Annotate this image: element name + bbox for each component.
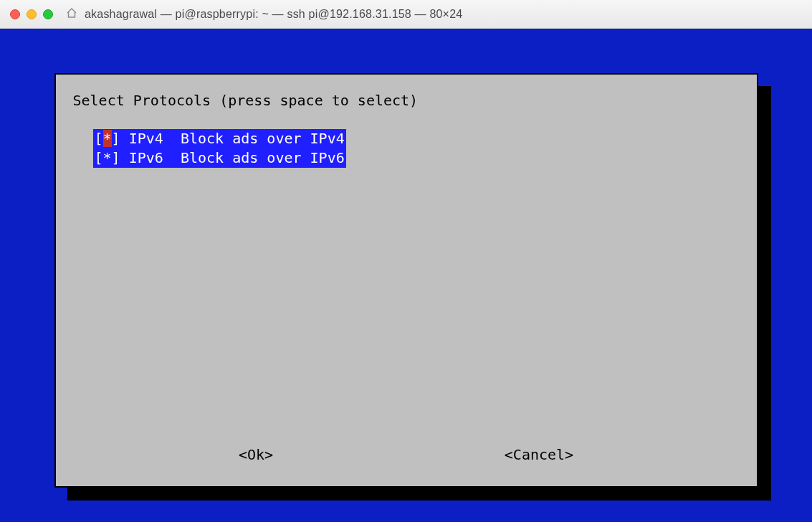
- checkbox-mark: *: [103, 130, 112, 147]
- dialog-spacer: [73, 168, 740, 446]
- minimize-window-button[interactable]: [27, 9, 37, 19]
- zoom-window-button[interactable]: [43, 9, 53, 19]
- option-tag: IPv4: [129, 130, 163, 147]
- close-window-button[interactable]: [10, 9, 20, 19]
- window-titlebar: akashagrawal — pi@raspberrypi: ~ — ssh p…: [0, 0, 812, 29]
- home-icon: [66, 7, 77, 22]
- option-ipv4[interactable]: [*] IPv4 Block ads over IPv4: [93, 129, 346, 148]
- window-title: akashagrawal — pi@raspberrypi: ~ — ssh p…: [85, 8, 462, 21]
- ok-button[interactable]: <Ok>: [239, 446, 273, 463]
- dialog-title: Select Protocols (press space to select): [73, 92, 740, 109]
- traffic-lights: [10, 9, 53, 19]
- protocol-options-list: [*] IPv4 Block ads over IPv4 [*] IPv6 Bl…: [93, 129, 740, 168]
- whiptail-dialog: Select Protocols (press space to select)…: [54, 73, 758, 488]
- dialog-container: Select Protocols (press space to select)…: [54, 73, 758, 488]
- checkbox-mark: *: [103, 149, 112, 166]
- option-ipv6[interactable]: [*] IPv6 Block ads over IPv6: [93, 148, 346, 168]
- option-tag: IPv6: [129, 149, 163, 166]
- terminal-area: Select Protocols (press space to select)…: [0, 29, 812, 522]
- cancel-button[interactable]: <Cancel>: [505, 446, 573, 463]
- option-desc: Block ads over IPv6: [181, 149, 345, 166]
- option-desc: Block ads over IPv4: [181, 130, 345, 147]
- dialog-buttons: <Ok> <Cancel>: [73, 446, 740, 476]
